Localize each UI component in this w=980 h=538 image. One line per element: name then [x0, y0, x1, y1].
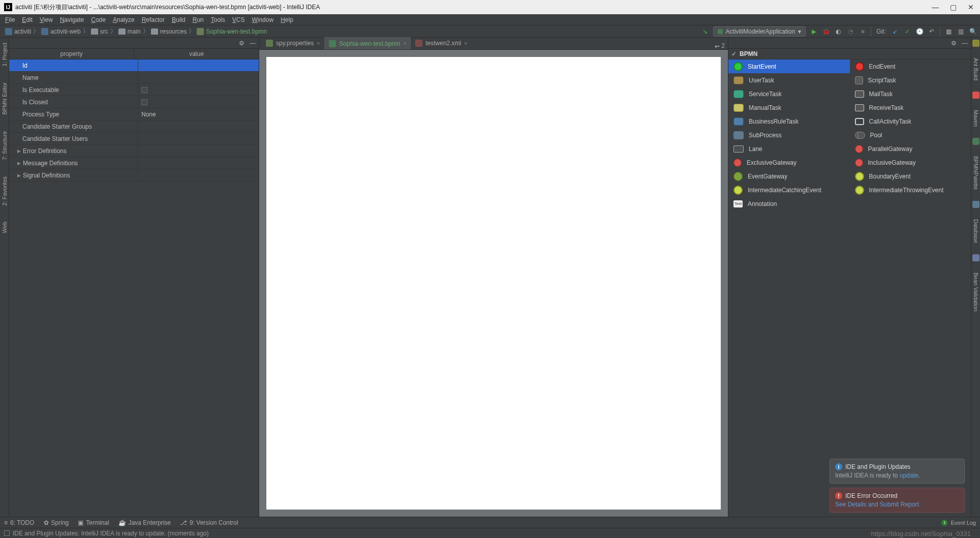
tab-close-button[interactable]: ×: [317, 41, 320, 46]
palette-item-usertask[interactable]: UserTask: [728, 73, 850, 87]
git-commit-button[interactable]: ✓: [903, 27, 911, 36]
bottom-tab-spring[interactable]: ✿Spring: [44, 519, 69, 526]
notification-error[interactable]: !IDE Error Occurred See Details and Subm…: [830, 488, 965, 513]
palette-item-manualtask[interactable]: ManualTask: [728, 101, 850, 114]
bottom-tab-java-enterprise[interactable]: ☕Java Enterprise: [118, 519, 171, 526]
palette-item-boundaryevent[interactable]: BoundaryEvent: [850, 169, 971, 183]
checkbox[interactable]: [141, 99, 147, 105]
palette-item-inclusivegateway[interactable]: InclusiveGateway: [850, 156, 971, 169]
notification-update[interactable]: iIDE and Plugin Updates IntelliJ IDEA is…: [830, 459, 965, 484]
palette-item-receivetask[interactable]: ReceiveTask: [850, 101, 971, 114]
menu-analyze[interactable]: Analyze: [110, 15, 138, 24]
bottom-tab-9-version-control[interactable]: ⎇9: Version Control: [180, 519, 238, 526]
property-row-name[interactable]: Name: [9, 72, 259, 84]
palette-item-endevent[interactable]: EndEvent: [850, 59, 971, 73]
breadcrumb-activiti-web[interactable]: activiti-web: [39, 28, 82, 35]
left-tab-1-project[interactable]: 1: Project: [1, 40, 9, 69]
palette-item-eventgateway[interactable]: EventGateway: [728, 169, 850, 183]
left-tab-bpmn-editor[interactable]: BPMN Editor: [1, 79, 9, 118]
split-indicator-icon[interactable]: ▸▪: [715, 43, 720, 49]
breadcrumb-main[interactable]: main: [116, 28, 143, 35]
palette-item-businessruletask[interactable]: BusinessRuleTask: [728, 114, 850, 128]
property-row-id[interactable]: Id: [9, 59, 259, 72]
right-tab-ant-build[interactable]: Ant Build: [972, 55, 980, 83]
gear-icon[interactable]: ⚙: [239, 40, 244, 47]
tab-sophia-wen-test-bpmn[interactable]: Sophia-wen-test.bpmn×: [324, 37, 411, 49]
bpmn-canvas[interactable]: [266, 57, 721, 510]
stop-button[interactable]: ■: [859, 27, 867, 36]
menu-navigate[interactable]: Navigate: [57, 15, 87, 24]
debug-button[interactable]: 🐞: [822, 27, 830, 36]
minimize-panel-button[interactable]: —: [250, 40, 256, 47]
event-log-button[interactable]: Event Log: [951, 520, 976, 526]
git-update-button[interactable]: ↙: [891, 27, 899, 36]
maximize-button[interactable]: ▢: [950, 3, 957, 11]
bottom-tab-6-todo[interactable]: ≡6: TODO: [4, 519, 35, 526]
minimize-panel-button[interactable]: —: [962, 40, 968, 47]
menu-help[interactable]: Help: [278, 15, 296, 24]
palette-item-startevent[interactable]: StartEvent: [728, 59, 850, 73]
minimize-button[interactable]: —: [932, 3, 939, 11]
property-row-process-type[interactable]: Process TypeNone: [9, 108, 259, 121]
menu-edit[interactable]: Edit: [19, 15, 36, 24]
right-tab-bpmnpalette[interactable]: BPMNPalette: [972, 153, 980, 193]
left-tab-2-favorites[interactable]: 2: Favorites: [1, 173, 9, 208]
breadcrumb-resources[interactable]: resources: [149, 28, 189, 35]
tab-close-button[interactable]: ×: [464, 41, 467, 46]
palette-section-header[interactable]: ✓ BPMN: [728, 49, 971, 59]
menu-window[interactable]: Window: [249, 15, 277, 24]
palette-item-annotation[interactable]: TextAnnotation: [728, 197, 850, 211]
build-icon[interactable]: ↘: [701, 27, 709, 36]
bottom-tab-terminal[interactable]: ▣Terminal: [78, 519, 109, 526]
property-row-candidate-starter-groups[interactable]: Candidate Starter Groups: [9, 121, 259, 133]
property-row-is-executable[interactable]: Is Executable: [9, 84, 259, 96]
left-tab-web[interactable]: Web: [1, 219, 9, 236]
palette-item-scripttask[interactable]: ScriptTask: [850, 73, 971, 87]
layout-button-2[interactable]: ▥: [957, 27, 965, 36]
expand-arrow-icon[interactable]: ▶: [17, 173, 21, 178]
search-everywhere-button[interactable]: 🔍: [969, 27, 977, 36]
property-row-signal-definitions[interactable]: ▶Signal Definitions: [9, 169, 259, 182]
expand-arrow-icon[interactable]: ▶: [17, 148, 21, 154]
property-row-message-definitions[interactable]: ▶Message Definitions: [9, 157, 259, 169]
menu-view[interactable]: View: [37, 15, 56, 24]
close-button[interactable]: ✕: [968, 3, 974, 11]
palette-item-pool[interactable]: Pool: [850, 128, 971, 142]
tab-spy-properties[interactable]: spy.properties×: [261, 37, 324, 49]
run-button[interactable]: ▶: [810, 27, 818, 36]
palette-item-subprocess[interactable]: SubProcess: [728, 128, 850, 142]
breadcrumb-activiti[interactable]: activiti: [3, 28, 33, 35]
tab-testwen2-xml[interactable]: testwen2.xml×: [411, 37, 472, 49]
menu-file[interactable]: File: [2, 15, 18, 24]
run-config-dropdown[interactable]: ActivitiModelerApplication ▾: [713, 26, 806, 37]
property-row-error-definitions[interactable]: ▶Error Definitions: [9, 145, 259, 157]
property-row-candidate-starter-users[interactable]: Candidate Starter Users: [9, 133, 259, 145]
coverage-button[interactable]: ◐: [834, 27, 842, 36]
palette-item-intermediatecatchingevent[interactable]: IntermediateCatchingEvent: [728, 183, 850, 197]
menu-refactor[interactable]: Refactor: [139, 15, 168, 24]
checkbox[interactable]: [141, 87, 147, 93]
error-details-link[interactable]: See Details and Submit Report: [835, 501, 919, 508]
tab-close-button[interactable]: ×: [403, 41, 406, 46]
breadcrumb-src[interactable]: src: [89, 28, 110, 35]
menu-run[interactable]: Run: [190, 15, 207, 24]
right-tab-bean-validation[interactable]: Bean Validation: [972, 270, 980, 314]
git-revert-button[interactable]: ↶: [928, 27, 936, 36]
expand-arrow-icon[interactable]: ▶: [17, 161, 21, 166]
breadcrumb-sophia-wen-test-bpmn[interactable]: Sophia-wen-test.bpmn: [195, 28, 269, 35]
palette-item-mailtask[interactable]: MailTask: [850, 87, 971, 101]
property-row-is-closed[interactable]: Is Closed: [9, 96, 259, 108]
palette-item-exclusivegateway[interactable]: ExclusiveGateway: [728, 156, 850, 169]
palette-item-lane[interactable]: Lane: [728, 142, 850, 156]
palette-item-parallelgateway[interactable]: ParallelGateway: [850, 142, 971, 156]
menu-build[interactable]: Build: [169, 15, 189, 24]
palette-item-intermediatethrowingevent[interactable]: IntermediateThrowingEvent: [850, 183, 971, 197]
palette-item-servicetask[interactable]: ServiceTask: [728, 87, 850, 101]
right-tab-database[interactable]: Database: [972, 216, 980, 246]
palette-item-callactivitytask[interactable]: CallActivityTask: [850, 114, 971, 128]
git-history-button[interactable]: 🕘: [915, 27, 924, 36]
layout-button-1[interactable]: ▦: [944, 27, 953, 36]
menu-vcs[interactable]: VCS: [229, 15, 248, 24]
left-tab-7-structure[interactable]: 7: Structure: [1, 128, 9, 163]
profile-button[interactable]: ◔: [846, 27, 854, 36]
